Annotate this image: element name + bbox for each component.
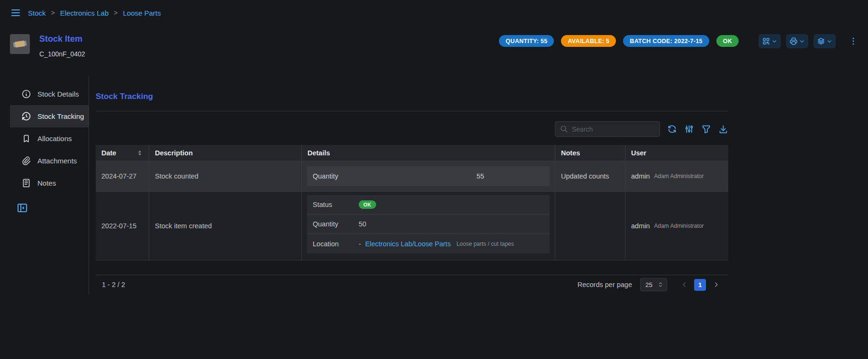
next-page-button[interactable]: [710, 279, 722, 291]
breadcrumb: Stock > Electronics Lab > Loose Parts: [28, 9, 161, 17]
panel-divider: [96, 111, 728, 111]
sidebar-collapse-icon[interactable]: [17, 202, 28, 214]
print-actions-button[interactable]: [786, 34, 808, 48]
cell-user: admin Adam Administrator: [625, 161, 728, 191]
search-box[interactable]: [555, 121, 660, 137]
status-ok-badge: OK: [716, 35, 739, 47]
page-size-value: 25: [645, 281, 652, 288]
sidebar-item-label: Stock Tracking: [37, 112, 84, 120]
bookmark-icon: [21, 134, 31, 144]
column-header-description[interactable]: Description: [149, 145, 302, 161]
chevron-down-icon: [826, 38, 832, 45]
detail-row-status: Status OK: [307, 195, 550, 215]
history-icon: [21, 111, 31, 121]
page-size-select[interactable]: 25: [640, 278, 667, 291]
barcode-actions-button[interactable]: [759, 34, 781, 48]
chevron-down-icon: [799, 38, 805, 45]
breadcrumb-stock[interactable]: Stock: [28, 9, 46, 17]
header-action-buttons: [759, 34, 858, 48]
cell-date: 2024-07-27: [96, 161, 149, 191]
sidebar-item-stock-tracking[interactable]: Stock Tracking: [10, 105, 89, 127]
printer-icon: [789, 37, 798, 45]
table-row[interactable]: 2022-07-15 Stock item created Status OK …: [96, 192, 728, 260]
capacitor-image: [13, 39, 27, 49]
status-ok-badge: OK: [359, 200, 376, 209]
batch-code-badge: BATCH CODE: 2022-7-15: [623, 35, 709, 47]
sidebar-item-notes[interactable]: Notes: [10, 172, 89, 194]
download-icon[interactable]: [718, 124, 728, 134]
sidebar-item-label: Stock Details: [37, 90, 79, 98]
breadcrumb-loose-parts[interactable]: Loose Parts: [123, 9, 161, 17]
refresh-icon[interactable]: [667, 124, 677, 134]
username: admin: [631, 172, 650, 180]
stock-packages-icon: [817, 37, 825, 45]
sidebar-item-label: Notes: [37, 179, 56, 187]
stock-tracking-table: Date Description Details Notes User 2024…: [96, 145, 728, 260]
search-icon: [560, 125, 568, 133]
info-circle-icon: [21, 89, 31, 99]
selector-icon: [657, 281, 664, 288]
column-header-notes[interactable]: Notes: [555, 145, 625, 161]
table-toolbar: [96, 121, 728, 137]
column-header-date[interactable]: Date: [96, 145, 149, 161]
previous-page-button[interactable]: [678, 279, 690, 291]
detail-key: Location: [313, 240, 359, 248]
cell-description: Stock item created: [149, 192, 302, 260]
location-link[interactable]: Electronics Lab/Loose Parts: [365, 240, 451, 248]
username: admin: [631, 222, 650, 230]
stock-actions-button[interactable]: [814, 34, 836, 48]
cell-notes: Updated counts: [555, 161, 625, 191]
hamburger-menu-icon[interactable]: [10, 7, 21, 18]
pagination-controls: Records per page 25 1: [578, 278, 722, 291]
page-title: Stock Item: [39, 34, 85, 44]
cell-date: 2022-07-15: [96, 192, 149, 260]
pager: 1: [678, 279, 722, 291]
table-row[interactable]: 2024-07-27 Stock counted Quantity 55 Upd…: [96, 161, 728, 192]
details-subtable: Status OK Quantity 50 Location - Electro…: [307, 195, 550, 253]
sidebar-item-stock-details[interactable]: Stock Details: [10, 83, 89, 105]
page-1-button[interactable]: 1: [694, 279, 706, 291]
sidebar-item-allocations[interactable]: Allocations: [10, 127, 89, 150]
quantity-badge: QUANTITY: 55: [499, 35, 554, 47]
breadcrumb-electronics-lab[interactable]: Electronics Lab: [60, 9, 109, 17]
notes-icon: [21, 178, 31, 188]
header-titles: Stock Item C_100nF_0402: [39, 34, 85, 58]
user-fullname: Adam Administrator: [654, 173, 704, 180]
detail-row-quantity: Quantity 55: [307, 166, 550, 186]
table-header-row: Date Description Details Notes User: [96, 145, 728, 161]
user-fullname: Adam Administrator: [654, 223, 704, 229]
breadcrumb-separator: >: [114, 9, 118, 17]
detail-key: Quantity: [313, 172, 417, 180]
detail-row-quantity: Quantity 50: [307, 215, 550, 234]
qrcode-icon: [762, 37, 770, 45]
detail-key: Quantity: [313, 220, 359, 228]
table-options-icon[interactable]: [684, 124, 694, 134]
stock-item-thumbnail[interactable]: [10, 34, 30, 54]
location-description: Loose parts / cut tapes: [456, 241, 514, 247]
cell-details: Status OK Quantity 50 Location - Electro…: [302, 192, 555, 260]
page-header: Stock Item C_100nF_0402 QUANTITY: 55 AVA…: [0, 26, 868, 76]
filter-icon[interactable]: [701, 124, 711, 134]
records-per-page-label: Records per page: [578, 281, 632, 288]
sidebar-item-attachments[interactable]: Attachments: [10, 150, 89, 172]
column-header-details[interactable]: Details: [302, 145, 555, 161]
chevron-down-icon: [771, 38, 778, 45]
search-input[interactable]: [572, 126, 655, 133]
available-badge: AVAILABLE: 5: [561, 35, 616, 47]
column-header-user[interactable]: User: [625, 145, 728, 161]
location-dash: -: [359, 240, 361, 248]
notes-text: Updated counts: [561, 172, 609, 180]
cell-notes: [555, 192, 625, 260]
table-footer: 1 - 2 / 2 Records per page 25 1: [96, 275, 728, 294]
status-badges: QUANTITY: 55 AVAILABLE: 5 BATCH CODE: 20…: [499, 34, 739, 47]
content-area: Stock Details Stock Tracking Allocations: [0, 76, 868, 294]
cell-description: Stock counted: [149, 161, 302, 191]
detail-row-location: Location - Electronics Lab/Loose Parts L…: [307, 234, 550, 253]
panel-sidebar: Stock Details Stock Tracking Allocations: [10, 76, 89, 294]
record-range: 1 - 2 / 2: [102, 281, 125, 288]
panel-title: Stock Tracking: [96, 92, 728, 101]
part-name: C_100nF_0402: [39, 50, 85, 58]
overflow-menu-icon[interactable]: [849, 34, 858, 46]
cell-user: admin Adam Administrator: [625, 192, 728, 260]
sort-icon[interactable]: [136, 150, 143, 156]
